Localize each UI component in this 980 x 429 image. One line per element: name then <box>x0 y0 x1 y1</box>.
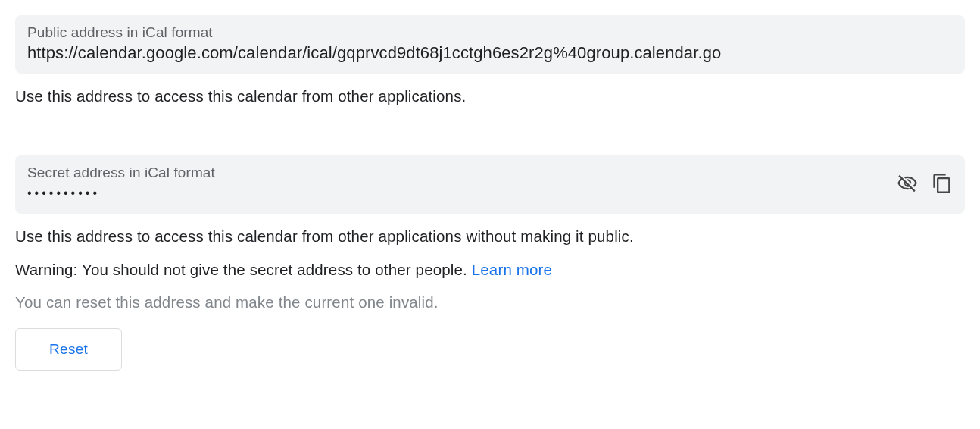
secret-ical-helper: Use this address to access this calendar… <box>15 224 965 249</box>
reset-note: You can reset this address and make the … <box>15 290 965 315</box>
copy-icon[interactable] <box>932 173 953 194</box>
visibility-off-icon[interactable] <box>897 173 918 194</box>
secret-ical-field[interactable]: Secret address in iCal format •••••••••• <box>15 155 965 214</box>
public-ical-field[interactable]: Public address in iCal format https://ca… <box>15 15 965 74</box>
public-ical-helper: Use this address to access this calendar… <box>15 84 965 108</box>
public-ical-value: https://calendar.google.com/calendar/ica… <box>27 43 953 63</box>
secret-ical-value-masked: •••••••••• <box>27 183 885 203</box>
reset-button[interactable]: Reset <box>15 328 122 371</box>
secret-ical-warning: Warning: You should not give the secret … <box>15 258 965 282</box>
secret-ical-label: Secret address in iCal format <box>27 164 885 181</box>
public-ical-label: Public address in iCal format <box>27 24 953 41</box>
warning-text: Warning: You should not give the secret … <box>15 261 472 278</box>
learn-more-link[interactable]: Learn more <box>472 261 552 278</box>
